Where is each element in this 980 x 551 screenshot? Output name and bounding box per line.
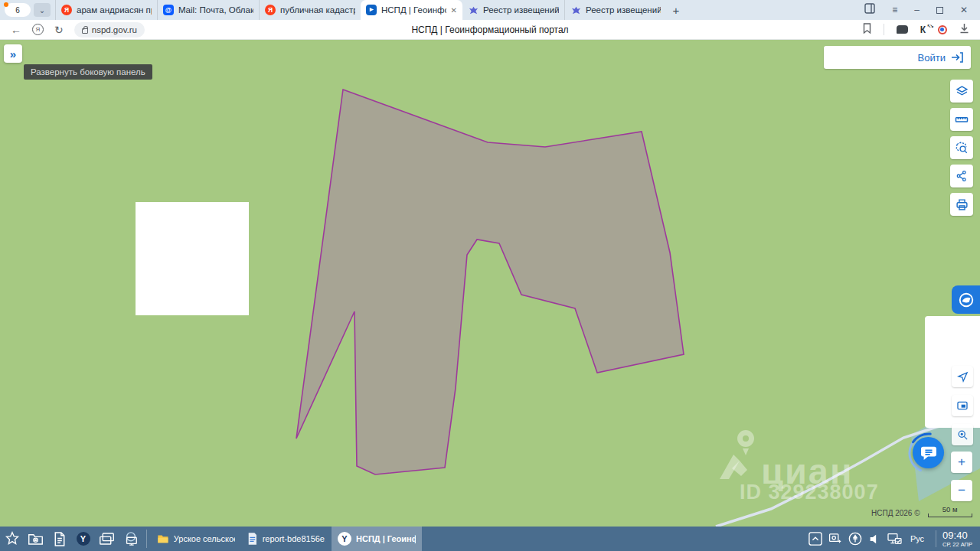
tab-registry-2[interactable]: Реестр извещений bbox=[564, 0, 666, 20]
tab-cadastre[interactable]: Я публичная кадастровая bbox=[259, 0, 361, 20]
tab-nspd-active[interactable]: НСПД | Геоинформац ✕ bbox=[361, 0, 462, 20]
nspd-favicon bbox=[366, 5, 377, 15]
print-button[interactable] bbox=[950, 193, 973, 216]
volume-icon[interactable] bbox=[867, 529, 884, 549]
favorites-star-icon[interactable] bbox=[2, 529, 22, 549]
tab-registry-1[interactable]: Реестр извещений bbox=[462, 0, 564, 20]
account-icon[interactable]: Я bbox=[32, 24, 44, 35]
task-nspd-active[interactable]: Y НСПД | Геоинфор... bbox=[332, 527, 422, 551]
coordinate-search-button[interactable] bbox=[952, 424, 973, 445]
tab-label: Реестр извещений bbox=[483, 5, 559, 15]
chat-widget[interactable] bbox=[907, 432, 950, 474]
divider bbox=[146, 530, 147, 548]
measure-button[interactable] bbox=[950, 108, 973, 131]
language-indicator[interactable]: Рус bbox=[910, 534, 924, 543]
map-canvas[interactable]: циан ID 329238007 » Развернуть боковую п… bbox=[0, 40, 980, 527]
refresh-button[interactable]: ↻ bbox=[54, 24, 64, 36]
close-window-button[interactable]: ✕ bbox=[960, 5, 968, 15]
task-report[interactable]: report-bde8156e... bbox=[241, 527, 332, 551]
menu-icon[interactable]: ≡ bbox=[892, 5, 897, 15]
document-icon[interactable] bbox=[49, 529, 70, 549]
registry-favicon bbox=[468, 5, 479, 15]
tray-expand-icon[interactable] bbox=[807, 529, 824, 549]
tab-aram[interactable]: Я арам андриасян прокоп bbox=[55, 0, 157, 20]
login-icon bbox=[951, 52, 963, 63]
layers-button[interactable] bbox=[950, 80, 973, 103]
scale-widget: 50 м bbox=[928, 505, 972, 517]
double-chevron-right-icon: » bbox=[10, 47, 16, 60]
widget-icon bbox=[958, 292, 975, 308]
scale-bar bbox=[928, 514, 972, 517]
chat-bubble-icon bbox=[920, 445, 937, 461]
tray-date: СР, 22 АПР bbox=[942, 542, 972, 548]
tab-label: Mail: Почта, Облако, Кал bbox=[178, 5, 253, 15]
bookmark-icon[interactable] bbox=[863, 23, 871, 37]
share-icon bbox=[956, 170, 968, 182]
remote-desktop-icon[interactable] bbox=[120, 529, 141, 549]
network-status-icon[interactable] bbox=[887, 529, 903, 549]
tab-label: НСПД | Геоинформац bbox=[381, 5, 446, 15]
tab-label: арам андриасян прокоп bbox=[77, 5, 152, 15]
task-label: Урское сельское ... bbox=[174, 534, 235, 543]
tab-mail[interactable]: @ Mail: Почта, Облако, Кал bbox=[157, 0, 259, 20]
tab-list-chevron-button[interactable]: ⌄ bbox=[34, 3, 51, 17]
new-tab-button[interactable]: + bbox=[666, 4, 686, 17]
zoom-in-button[interactable]: + bbox=[951, 452, 972, 473]
blank-popup bbox=[136, 202, 249, 315]
url-text: nspd.gov.ru bbox=[92, 25, 137, 34]
extension-icon[interactable] bbox=[938, 25, 947, 34]
locate-me-button[interactable] bbox=[952, 366, 973, 387]
parcel-polygon[interactable] bbox=[296, 90, 684, 474]
translate-icon[interactable]: К bbox=[920, 24, 926, 35]
mini-map-icon bbox=[956, 399, 969, 412]
navigation-arrow-icon bbox=[957, 371, 969, 383]
mail-favicon: @ bbox=[163, 5, 174, 15]
chevron-down-icon: ⌄ bbox=[39, 6, 45, 15]
url-field[interactable]: nspd.gov.ru bbox=[74, 22, 145, 37]
folder-view-icon[interactable] bbox=[25, 529, 46, 549]
task-folder[interactable]: Урское сельское ... bbox=[151, 527, 241, 551]
tray-clock[interactable]: 09:40 СР, 22 АПР bbox=[936, 530, 975, 548]
registry-favicon bbox=[570, 5, 581, 15]
area-search-button[interactable] bbox=[950, 136, 973, 159]
minus-icon: − bbox=[958, 483, 965, 498]
tab-counter-badge[interactable]: 6 bbox=[5, 3, 31, 17]
side-panel-icon[interactable] bbox=[864, 3, 875, 17]
tab-label: Реестр извещений bbox=[586, 5, 661, 15]
expand-sidebar-button[interactable]: » bbox=[4, 44, 22, 63]
minimap-button[interactable] bbox=[952, 395, 973, 416]
browser-tab-bar: 6 ⌄ Я арам андриасян прокоп @ Mail: Почт… bbox=[0, 0, 980, 20]
map-attribution: НСПД 2026 © bbox=[871, 509, 920, 517]
tab-count: 6 bbox=[15, 6, 20, 15]
maximize-button[interactable] bbox=[936, 7, 943, 14]
task-view-icon[interactable] bbox=[96, 529, 117, 549]
feedback-widget-tab[interactable] bbox=[952, 285, 980, 314]
power-plug-icon[interactable] bbox=[827, 529, 844, 549]
yandex-task-icon: Y bbox=[338, 532, 351, 546]
yandex-browser-icon[interactable]: Y bbox=[73, 529, 93, 549]
back-button[interactable]: ← bbox=[11, 24, 21, 36]
notification-dot bbox=[4, 2, 8, 7]
printer-icon bbox=[956, 198, 969, 211]
zoom-out-button[interactable]: − bbox=[951, 480, 972, 501]
download-icon[interactable] bbox=[959, 23, 969, 37]
usb-icon[interactable] bbox=[847, 529, 864, 549]
ruler-icon bbox=[955, 112, 969, 126]
tab-label: публичная кадастровая bbox=[280, 5, 355, 15]
report-file-icon bbox=[247, 532, 258, 546]
watermark-id: ID 329238007 bbox=[740, 481, 879, 504]
messenger-icon[interactable] bbox=[897, 25, 908, 34]
login-bar[interactable]: Войти bbox=[824, 46, 971, 69]
share-button[interactable] bbox=[950, 165, 973, 187]
tab-close-icon[interactable]: ✕ bbox=[451, 6, 457, 15]
sidebar-tooltip: Развернуть боковую панель bbox=[24, 64, 152, 80]
minimize-button[interactable]: – bbox=[914, 5, 920, 15]
chat-button[interactable] bbox=[913, 437, 944, 468]
task-label: report-bde8156e... bbox=[263, 534, 325, 543]
yandex-favicon: Я bbox=[265, 5, 276, 15]
task-label: НСПД | Геоинфор... bbox=[356, 534, 416, 543]
address-bar: ← Я ↻ nspd.gov.ru НСПД | Геоинформационн… bbox=[0, 20, 980, 40]
polygon-search-icon bbox=[955, 141, 969, 155]
login-label: Войти bbox=[918, 52, 946, 64]
yandex-favicon: Я bbox=[61, 5, 72, 15]
